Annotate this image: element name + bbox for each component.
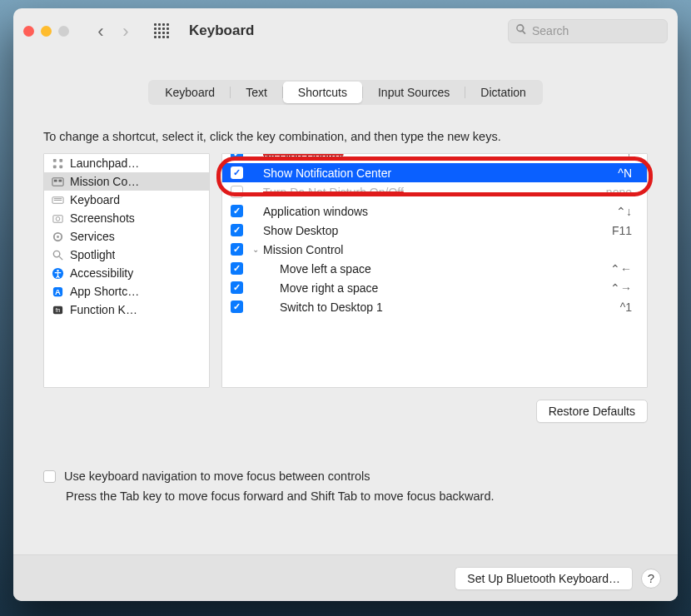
help-button[interactable]: ? (641, 569, 661, 589)
svg-point-14 (53, 251, 60, 257)
function-keys-icon: fn (51, 303, 64, 316)
shortcut-key[interactable]: ^1 (620, 301, 632, 314)
shortcut-key[interactable]: ⌃↓ (616, 205, 632, 218)
shortcut-key[interactable]: F11 (612, 224, 632, 237)
show-all-icon[interactable] (154, 23, 169, 38)
svg-text:fn: fn (55, 307, 60, 313)
shortcut-label: Move left a space (280, 262, 610, 276)
shortcut-label: Mission Control (263, 153, 616, 161)
shortcut-checkbox[interactable]: ✓ (231, 301, 243, 313)
tab-keyboard[interactable]: Keyboard (150, 82, 230, 103)
shortcut-label: Show Desktop (263, 224, 612, 237)
tab-bar: KeyboardTextShortcutsInput SourcesDictat… (43, 80, 648, 105)
svg-point-11 (56, 216, 60, 221)
forward-button: › (116, 21, 136, 41)
keyboard-nav-description: Press the Tab key to move focus forward … (66, 489, 648, 503)
shortcut-checkbox[interactable]: ✓ (231, 166, 243, 179)
shortcut-key[interactable]: ⌃→ (610, 281, 632, 295)
sidebar-item-accessibility[interactable]: Accessibility (44, 264, 209, 282)
shortcut-row[interactable]: ✓⌄Mission Control (222, 240, 647, 259)
sidebar-item-screenshots[interactable]: Screenshots (44, 209, 209, 227)
tab-text[interactable]: Text (231, 82, 282, 103)
shortcut-row[interactable]: ✓Application windows⌃↓ (222, 201, 647, 221)
shortcut-checkbox[interactable]: ✓ (231, 262, 243, 275)
footer: Set Up Bluetooth Keyboard… ? (13, 554, 678, 601)
window-controls (23, 26, 69, 37)
shortcut-checkbox[interactable]: ✓ (231, 243, 243, 256)
shortcut-list-wrap: ✓Mission Control⌃↑✓Show Notification Cen… (221, 153, 648, 388)
sidebar-item-label: Screenshots (70, 211, 135, 225)
shortcut-checkbox[interactable]: ✓ (231, 153, 243, 160)
tab-dictation[interactable]: Dictation (465, 82, 540, 103)
svg-point-17 (57, 270, 58, 271)
sidebar-item-services[interactable]: Services (44, 227, 209, 246)
close-button[interactable] (23, 26, 34, 37)
shortcut-row[interactable]: ✓Move right a space⌃→ (222, 278, 647, 297)
keyboard-icon (51, 193, 64, 206)
shortcut-checkbox[interactable]: ✓ (231, 224, 243, 236)
svg-rect-0 (52, 158, 56, 161)
disclosure-triangle-icon[interactable]: ⌄ (250, 245, 261, 254)
shortcut-checkbox[interactable]: ✓ (231, 205, 243, 217)
services-icon (51, 230, 64, 243)
sidebar-item-keyboard[interactable]: Keyboard (44, 191, 209, 209)
sidebar-item-label: Launchpad… (70, 156, 139, 170)
svg-rect-2 (52, 165, 56, 168)
svg-rect-5 (53, 179, 57, 181)
svg-rect-6 (58, 179, 62, 181)
accessibility-icon (51, 266, 64, 280)
screenshots-icon (51, 211, 64, 225)
sidebar-item-function-keys[interactable]: fnFunction K… (44, 301, 209, 319)
shortcut-row[interactable]: ✓Mission Control⌃↑ (222, 153, 647, 163)
sidebar-item-launchpad[interactable]: Launchpad… (44, 154, 209, 172)
panels: Launchpad…Mission Co…KeyboardScreenshots… (43, 153, 648, 388)
search-input[interactable] (532, 24, 678, 37)
instruction-text: To change a shortcut, select it, click t… (43, 130, 648, 143)
sidebar-item-label: Keyboard (70, 193, 120, 206)
shortcut-list[interactable]: ✓Mission Control⌃↑✓Show Notification Cen… (221, 153, 648, 388)
shortcut-key[interactable]: ⌃↑ (616, 153, 632, 161)
search-icon (515, 23, 527, 38)
bluetooth-keyboard-button[interactable]: Set Up Bluetooth Keyboard… (455, 567, 633, 590)
svg-line-15 (59, 256, 62, 260)
sidebar-item-label: Services (70, 230, 115, 243)
shortcut-row[interactable]: ✓Move left a space⌃← (222, 259, 647, 278)
svg-point-13 (57, 236, 59, 238)
shortcut-row[interactable]: Turn Do Not Disturb On/Offnone (222, 182, 647, 201)
nav-buttons: ‹ › (91, 21, 136, 41)
shortcut-checkbox[interactable]: ✓ (231, 281, 243, 294)
sidebar-item-mission-control[interactable]: Mission Co… (44, 172, 209, 191)
shortcut-label: Turn Do Not Disturb On/Off (263, 186, 606, 199)
svg-rect-3 (59, 165, 62, 168)
window-title: Keyboard (189, 22, 501, 39)
sidebar-item-label: Spotlight (70, 248, 115, 261)
spotlight-icon (51, 248, 64, 261)
restore-defaults-button[interactable]: Restore Defaults (536, 400, 648, 423)
shortcut-row[interactable]: ✓Show Notification Center^N (222, 163, 647, 182)
category-sidebar[interactable]: Launchpad…Mission Co…KeyboardScreenshots… (43, 153, 210, 388)
mission-control-icon (51, 175, 64, 188)
app-shortcuts-icon: A (51, 285, 64, 298)
search-field[interactable] (508, 19, 668, 43)
shortcut-key[interactable]: ⌃← (610, 262, 632, 276)
shortcut-row[interactable]: ✓Show DesktopF11 (222, 221, 647, 240)
svg-text:A: A (55, 288, 61, 296)
shortcut-key[interactable]: ^N (618, 166, 632, 180)
shortcut-row[interactable]: ✓Switch to Desktop 1^1 (222, 297, 647, 316)
shortcut-label: Move right a space (280, 281, 610, 295)
sidebar-item-spotlight[interactable]: Spotlight (44, 246, 209, 264)
shortcut-key[interactable]: none (606, 186, 632, 199)
launchpad-icon (51, 156, 64, 170)
tab-input-sources[interactable]: Input Sources (363, 82, 465, 103)
sidebar-item-app-shortcuts[interactable]: AApp Shortc… (44, 282, 209, 301)
titlebar: ‹ › Keyboard (13, 8, 678, 53)
minimize-button[interactable] (41, 26, 52, 37)
zoom-button (58, 26, 69, 37)
keyboard-nav-checkbox[interactable] (43, 470, 56, 483)
content-area: KeyboardTextShortcutsInput SourcesDictat… (13, 53, 678, 554)
shortcut-label: Show Notification Center (263, 166, 618, 180)
shortcut-checkbox[interactable] (231, 186, 243, 198)
tab-shortcuts[interactable]: Shortcuts (283, 82, 362, 103)
back-button[interactable]: ‹ (91, 21, 111, 41)
sidebar-item-label: Accessibility (70, 266, 133, 280)
